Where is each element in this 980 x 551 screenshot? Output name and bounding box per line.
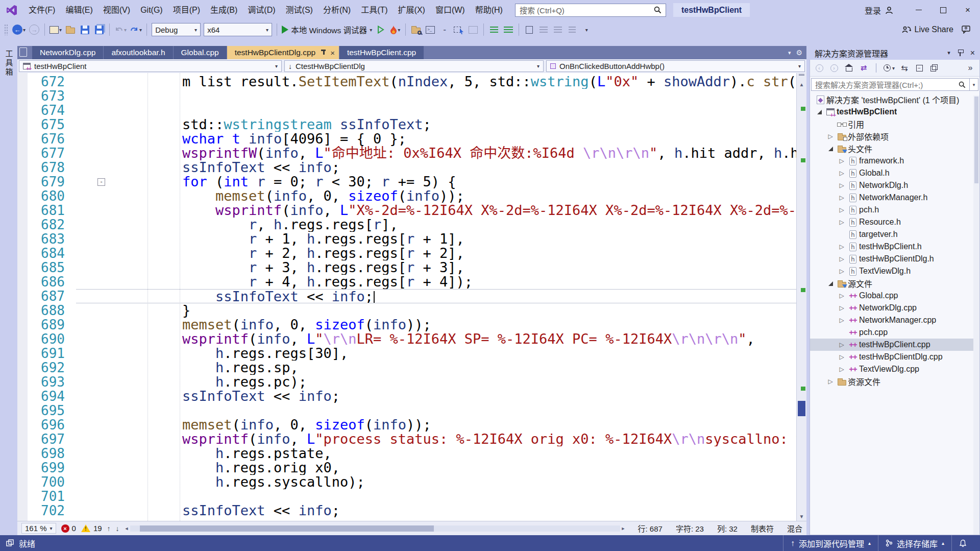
se-home-button[interactable] <box>844 62 854 74</box>
project-dropdown[interactable]: testHwBpClient ▾ <box>19 60 282 72</box>
code-line[interactable]: 699 h.regs.orig_x0, <box>17 461 806 475</box>
fold-collapse-toggle[interactable]: - <box>97 178 105 186</box>
tree-expander[interactable]: ▷ <box>825 378 836 385</box>
tree-expander[interactable]: ▷ <box>837 219 847 226</box>
code-line[interactable]: 677 wsprintfW(info, L"命中地址: 0x%I64X 命中次数… <box>17 146 806 160</box>
tree-item[interactable]: ++pch.cpp <box>810 326 979 339</box>
tree-item[interactable]: ▷++Global.cpp <box>810 290 979 302</box>
code-line[interactable]: 701 <box>17 489 806 504</box>
tree-expander[interactable]: ▷ <box>837 317 847 324</box>
code-line[interactable]: 673 <box>17 89 806 103</box>
code-line[interactable]: 688 } <box>17 303 806 318</box>
class-dropdown[interactable]: ↓ CtestHwBpClientDlg ▾ <box>284 60 544 72</box>
code-line[interactable]: 691 h.regs.regs[30], <box>17 346 806 361</box>
tree-expander[interactable] <box>814 110 824 114</box>
se-back-button[interactable]: ‹ <box>814 62 824 74</box>
tree-expander[interactable]: ▷ <box>837 157 847 164</box>
code-line[interactable]: 678 ssInfoText << info; <box>17 160 806 175</box>
code-line[interactable]: 698 h.regs.pstate, <box>17 446 806 461</box>
tree-expander[interactable] <box>825 281 836 286</box>
code-line[interactable]: 695 <box>17 403 806 418</box>
tree-expander[interactable]: ▷ <box>837 255 847 262</box>
menu-item[interactable]: 文件(F) <box>23 0 60 20</box>
solution-search-input[interactable]: 搜索解决方案资源管理器(Ctrl+;) <box>811 78 970 91</box>
tabs-mode-indicator[interactable]: 制表符 <box>751 523 774 534</box>
previous-issue-arrow[interactable]: ↑ <box>107 524 111 533</box>
clear-bookmarks-button[interactable] <box>566 22 579 37</box>
menu-item[interactable]: 工具(T) <box>356 0 393 20</box>
tree-item[interactable]: testHwBpClient <box>810 106 979 118</box>
menu-item[interactable]: 帮助(H) <box>470 0 508 20</box>
menu-item[interactable]: 生成(B) <box>205 0 242 20</box>
tree-item[interactable]: htargetver.h <box>810 228 979 241</box>
solution-platform-combo[interactable]: x64▾ <box>204 23 272 36</box>
menu-item[interactable]: 窗口(W) <box>430 0 470 20</box>
tree-expander[interactable]: ▷ <box>837 341 847 348</box>
tree-item[interactable]: ▷hframework.h <box>810 155 979 167</box>
tree-item[interactable]: 源文件 <box>810 277 979 290</box>
menu-item[interactable]: Git(G) <box>135 0 168 20</box>
tab[interactable]: Global.cpp <box>174 46 227 59</box>
tab-list-chevron-icon[interactable]: ▾ <box>788 50 791 56</box>
tree-item[interactable]: ▷hGlobal.h <box>810 167 979 179</box>
tree-expander[interactable]: ▷ <box>837 292 847 299</box>
send-feedback-button[interactable] <box>960 22 973 37</box>
scroll-up-arrow[interactable]: ▲ <box>797 81 806 89</box>
undo-button[interactable]: ▾ <box>113 22 128 37</box>
menu-item[interactable]: 编辑(E) <box>60 0 97 20</box>
tab[interactable]: afxoutlookbar.h <box>104 46 173 59</box>
switch-views-button[interactable]: ⇆ <box>899 62 910 74</box>
sign-in-button[interactable]: 登录 <box>865 4 893 16</box>
tree-item[interactable]: ▷htestHwBpClientDlg.h <box>810 253 979 265</box>
immediate-window-button[interactable]: >_ <box>424 22 437 37</box>
scroll-down-arrow[interactable]: ▼ <box>797 513 806 521</box>
start-debugging-button[interactable]: 本地 Windows 调试器 ▾ <box>281 22 373 37</box>
tree-expander[interactable]: ▷ <box>837 182 847 189</box>
code-line[interactable]: 694 ssInfoText << info; <box>17 389 806 403</box>
tree-item[interactable]: 引用 <box>810 118 979 130</box>
menu-item[interactable]: 调试(D) <box>242 0 280 20</box>
zoom-control[interactable]: 161 % ▾ <box>21 523 56 534</box>
tree-expander[interactable] <box>825 147 836 151</box>
minimize-button[interactable] <box>906 0 931 20</box>
tree-expander[interactable]: ▷ <box>837 194 847 201</box>
tree-expander[interactable]: ▷ <box>837 170 847 177</box>
code-line[interactable]: 679- for (int r = 0; r < 30; r += 5) { <box>17 175 806 189</box>
code-line[interactable]: 681 wsprintf(info, L"X%-2d=%-12I64X X%-2… <box>17 203 806 218</box>
save-button[interactable] <box>78 22 91 37</box>
warning-count[interactable]: 19 <box>81 524 102 533</box>
line-ending-indicator[interactable]: 混合 <box>787 523 802 534</box>
tree-item[interactable]: ▷++NetworkManager.cpp <box>810 314 979 326</box>
code-line[interactable]: 692 h.regs.sp, <box>17 361 806 375</box>
close-tab-icon[interactable]: × <box>330 49 335 57</box>
pin-tab-icon[interactable] <box>321 50 326 56</box>
window-position-chevron-icon[interactable]: ▾ <box>947 50 950 56</box>
editor-horizontal-scrollbar[interactable]: ◄ ► <box>125 525 626 532</box>
previous-bookmark-button[interactable] <box>537 22 550 37</box>
find-in-files-button[interactable] <box>409 22 423 37</box>
quick-search-box[interactable]: 搜索 (Ctrl+Q) <box>515 4 666 17</box>
tree-item[interactable]: ▷hNetworkManager.h <box>810 191 979 204</box>
toolbar-options-overflow[interactable]: ▾ <box>580 22 593 37</box>
code-line[interactable]: 700 h.regs.syscallno); <box>17 475 806 489</box>
tree-item[interactable]: ▷++testHwBpClientDlg.cpp <box>810 351 979 363</box>
tree-item[interactable]: 解决方案 'testHwBpClient' (1 个项目) <box>810 93 979 106</box>
code-line[interactable]: 676 wchar_t info[4096] = { 0 }; <box>17 132 806 146</box>
toggle-bookmark-button[interactable] <box>523 22 536 37</box>
code-line[interactable]: 672 m_list_result.SetItemText(nIndex, 5,… <box>17 75 806 89</box>
tab[interactable]: NetworkDlg.cpp <box>32 46 103 59</box>
hot-reload-button[interactable]: ▾ <box>388 22 402 37</box>
tree-expander[interactable]: ▷ <box>825 133 836 140</box>
code-line[interactable]: 684 r + 2, h.regs.regs[r + 2], <box>17 246 806 260</box>
vertical-scroll-thumb[interactable] <box>798 401 805 416</box>
tree-item[interactable]: ▷++NetworkDlg.cpp <box>810 302 979 314</box>
notifications-bell-button[interactable] <box>952 535 974 551</box>
restore-button[interactable] <box>931 0 955 20</box>
tab[interactable]: testHwBpClient.cpp <box>339 46 424 59</box>
tree-item[interactable]: 头文件 <box>810 142 979 155</box>
solution-configuration-combo[interactable]: Debug▾ <box>152 23 201 36</box>
code-line[interactable]: 693 h.regs.pc); <box>17 375 806 389</box>
solution-explorer-header[interactable]: 解决方案资源管理器 ▾ × <box>810 46 980 60</box>
code-line[interactable]: 675 std::wstringstream ssInfoText; <box>17 117 806 132</box>
tab-active[interactable]: testHwBpClientDlg.cpp× <box>227 46 339 59</box>
